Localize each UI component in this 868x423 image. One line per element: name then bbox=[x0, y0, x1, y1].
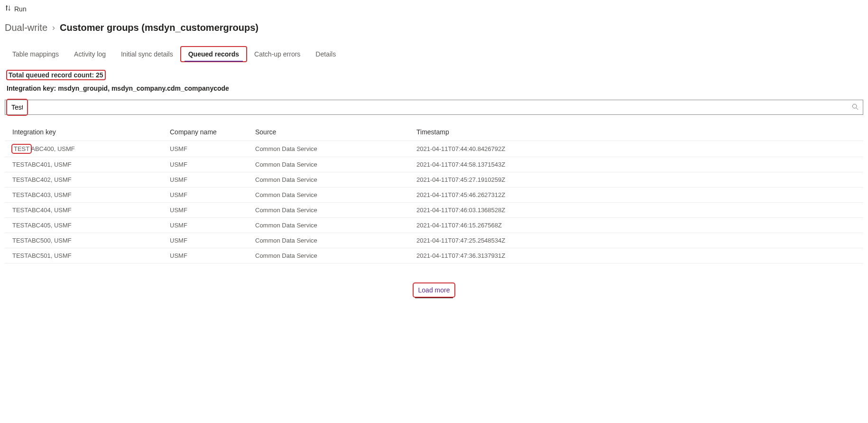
total-queued-count: Total queued record count: 25 bbox=[7, 70, 105, 80]
cell-source: Common Data Service bbox=[251, 172, 413, 188]
cell-timestamp: 2021-04-11T07:45:27.1910259Z bbox=[413, 172, 863, 188]
col-integration-key[interactable]: Integration key bbox=[5, 123, 166, 141]
cell-integration-key: TESTABC500, USMF bbox=[5, 233, 166, 248]
records-table: Integration key Company name Source Time… bbox=[5, 123, 863, 263]
cell-company-name: USMF bbox=[166, 233, 251, 248]
table-header-row: Integration key Company name Source Time… bbox=[5, 123, 863, 141]
cell-integration-key: TESTABC405, USMF bbox=[5, 218, 166, 233]
highlight-load-more: Load more bbox=[414, 283, 455, 297]
cell-company-name: USMF bbox=[166, 248, 251, 263]
col-source[interactable]: Source bbox=[251, 123, 413, 141]
cell-integration-key: TESTABC400, USMF bbox=[5, 141, 166, 157]
table-body: TESTABC400, USMFUSMFCommon Data Service2… bbox=[5, 141, 863, 263]
cell-source: Common Data Service bbox=[251, 141, 413, 157]
table-row[interactable]: TESTABC400, USMFUSMFCommon Data Service2… bbox=[5, 141, 863, 157]
cell-source: Common Data Service bbox=[251, 233, 413, 248]
tab-details[interactable]: Details bbox=[308, 47, 343, 62]
tab-activity-log[interactable]: Activity log bbox=[66, 47, 113, 62]
table-row[interactable]: TESTABC500, USMFUSMFCommon Data Service2… bbox=[5, 233, 863, 248]
highlight-match: TEST bbox=[12, 145, 31, 153]
tab-initial-sync-details[interactable]: Initial sync details bbox=[113, 47, 181, 62]
load-more-button[interactable]: Load more bbox=[414, 283, 455, 297]
search-icon[interactable] bbox=[848, 103, 863, 112]
cell-source: Common Data Service bbox=[251, 218, 413, 233]
breadcrumb: Dual-write › Customer groups (msdyn_cust… bbox=[5, 19, 863, 47]
cell-integration-key: TESTABC402, USMF bbox=[5, 172, 166, 188]
chevron-right-icon: › bbox=[52, 23, 55, 33]
highlight-queued-records: Queued records bbox=[181, 47, 247, 62]
cell-timestamp: 2021-04-11T07:45:46.2627312Z bbox=[413, 188, 863, 203]
tablist: Table mappings Activity log Initial sync… bbox=[5, 47, 863, 68]
cell-timestamp: 2021-04-11T07:46:03.1368528Z bbox=[413, 203, 863, 218]
cell-company-name: USMF bbox=[166, 172, 251, 188]
cell-company-name: USMF bbox=[166, 188, 251, 203]
cell-source: Common Data Service bbox=[251, 248, 413, 263]
col-timestamp[interactable]: Timestamp bbox=[413, 123, 863, 141]
table-row[interactable]: TESTABC402, USMFUSMFCommon Data Service2… bbox=[5, 172, 863, 188]
search-value-highlight bbox=[7, 100, 27, 115]
load-more-wrap: Load more bbox=[5, 283, 863, 298]
cell-source: Common Data Service bbox=[251, 188, 413, 203]
cell-source: Common Data Service bbox=[251, 157, 413, 172]
table-row[interactable]: TESTABC404, USMFUSMFCommon Data Service2… bbox=[5, 203, 863, 218]
run-button[interactable]: Run bbox=[14, 5, 27, 13]
cell-integration-key: TESTABC501, USMF bbox=[5, 248, 166, 263]
col-company-name[interactable]: Company name bbox=[166, 123, 251, 141]
cell-timestamp: 2021-04-11T07:46:15.267568Z bbox=[413, 218, 863, 233]
table-row[interactable]: TESTABC401, USMFUSMFCommon Data Service2… bbox=[5, 157, 863, 172]
cell-integration-key: TESTABC404, USMF bbox=[5, 203, 166, 218]
cell-text: ABC400, USMF bbox=[31, 145, 74, 152]
svg-point-0 bbox=[852, 104, 857, 108]
cell-company-name: USMF bbox=[166, 218, 251, 233]
search-input[interactable] bbox=[9, 101, 26, 114]
integration-key-line: Integration key: msdyn_groupid, msdyn_co… bbox=[5, 83, 863, 95]
cell-timestamp: 2021-04-11T07:44:40.8426792Z bbox=[413, 141, 863, 157]
search-bar bbox=[5, 100, 863, 115]
cell-source: Common Data Service bbox=[251, 203, 413, 218]
toolbar: Run bbox=[5, 4, 863, 19]
cell-integration-key: TESTABC403, USMF bbox=[5, 188, 166, 203]
run-icon bbox=[5, 5, 11, 13]
table-row[interactable]: TESTABC403, USMFUSMFCommon Data Service2… bbox=[5, 188, 863, 203]
cell-company-name: USMF bbox=[166, 203, 251, 218]
cell-company-name: USMF bbox=[166, 157, 251, 172]
svg-line-1 bbox=[856, 108, 858, 110]
tab-catch-up-errors[interactable]: Catch-up errors bbox=[247, 47, 308, 62]
cell-integration-key: TESTABC401, USMF bbox=[5, 157, 166, 172]
total-queued-count-line: Total queued record count: 25 bbox=[5, 68, 863, 83]
cell-timestamp: 2021-04-11T07:47:36.3137931Z bbox=[413, 248, 863, 263]
cell-timestamp: 2021-04-11T07:47:25.2548534Z bbox=[413, 233, 863, 248]
tab-table-mappings[interactable]: Table mappings bbox=[5, 47, 66, 62]
breadcrumb-root[interactable]: Dual-write bbox=[5, 22, 47, 33]
cell-timestamp: 2021-04-11T07:44:58.1371543Z bbox=[413, 157, 863, 172]
breadcrumb-current: Customer groups (msdyn_customergroups) bbox=[60, 22, 259, 33]
table-row[interactable]: TESTABC501, USMFUSMFCommon Data Service2… bbox=[5, 248, 863, 263]
load-more-underline bbox=[415, 297, 453, 298]
table-row[interactable]: TESTABC405, USMFUSMFCommon Data Service2… bbox=[5, 218, 863, 233]
tab-queued-records[interactable]: Queued records bbox=[181, 47, 247, 62]
cell-company-name: USMF bbox=[166, 141, 251, 157]
